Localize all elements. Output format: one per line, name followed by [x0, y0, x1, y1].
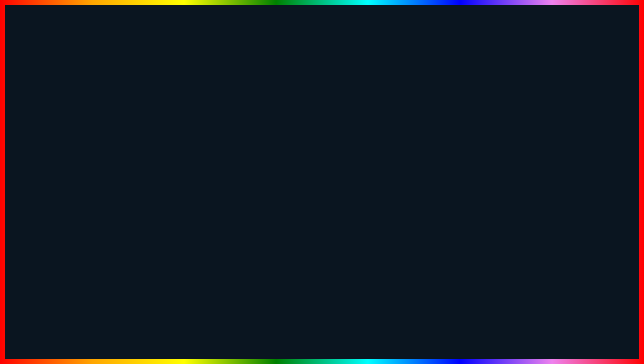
r-sidebar-item-misc[interactable]: ⚙ Misc: [461, 203, 498, 215]
shops-icon: 🛒: [41, 206, 47, 212]
anti-cheat-row: Anti Cheat Bypass( ❗ Do Not Turn Off ❗ ): [502, 120, 603, 131]
auto-farm-no-quest-toggle[interactable]: [596, 144, 603, 151]
char-eyes: [316, 266, 319, 269]
r-misc-icon: ⚙: [464, 206, 470, 212]
auto-farm-nearest-label: Auto Farm Nearest Mobs: [502, 156, 585, 161]
r-sidebar-stats-label: Stats: [473, 147, 482, 151]
r-sidebar-item-teleport[interactable]: 👁 Teleport: [461, 167, 498, 179]
auto-buy-chip-label: Auto Buy Chip: [78, 183, 172, 188]
character: [305, 252, 339, 312]
auto-select-dungeon-row: Auto Select Dungeon: [78, 144, 179, 155]
farm-icon: 🌾: [41, 134, 47, 140]
sidebar-item-fruit[interactable]: 🍎 Fruit: [37, 191, 74, 203]
anti-cheat-toggle[interactable]: [596, 122, 603, 129]
buy-chip-select-button[interactable]: Buy Chip Select: [88, 193, 169, 203]
sidebar-fruit-label: Fruit: [49, 195, 57, 199]
r-sidebar-item-raid[interactable]: 🗺 Raid/Esp: [461, 179, 498, 191]
auto-farm-quest-label: Auto Farm (Quest): [502, 134, 585, 139]
sidebar-item-farm[interactable]: 🌾 Farm/Quest: [37, 131, 74, 143]
title-letter-s2: S: [460, 0, 495, 54]
char-head: [313, 260, 331, 279]
r-sidebar-farm-label: Farm/Quest: [473, 135, 494, 139]
sidebar-item-combats[interactable]: ⚔ Combats: [37, 155, 74, 167]
dropdown-arrow-icon: ▼: [172, 136, 175, 140]
bird-dropdown-value: Bird: Phoenix: [82, 135, 105, 140]
r-sidebar-item-combats[interactable]: ⚔ Combats: [461, 155, 498, 167]
panel-left: S SAGI HUB - Blox Fruit Update 19 ⚙ Main…: [37, 104, 184, 233]
r-sidebar-item-stats[interactable]: 📊 Stats: [461, 143, 498, 155]
auto-text: AUTO: [114, 322, 206, 358]
title-letter-f: F: [308, 0, 339, 54]
title-letter-b: B: [150, 0, 187, 54]
sidebar-item-main[interactable]: ⚙ Main: [37, 118, 74, 131]
auto-farm-chest-tween-toggle[interactable]: [596, 176, 603, 183]
auto-start-raid-label: Auto Start Raid: [78, 158, 172, 163]
panel-right-sidebar: ⚙ Main 🌾 Farm/Quest 📊 Stats ⚔ Combats 👁 …: [461, 117, 498, 220]
auto-awakener-toggle[interactable]: [172, 122, 179, 129]
panel-left-body: ⚙ Main 🌾 Farm/Quest 📊 Stats ⚔ Combats 👁 …: [37, 117, 183, 233]
title-letter-i: I: [413, 0, 428, 54]
auto-select-dungeon-toggle[interactable]: [172, 146, 179, 153]
char-torso: [310, 278, 334, 299]
r-sidebar-shops-label: Shops: [473, 195, 485, 199]
auto-start-raid-toggle[interactable]: [172, 157, 179, 164]
auto-farm-instant-label: Auto Farm Instant + Hop: [502, 199, 585, 204]
r-teleport-icon: 👁: [464, 170, 470, 176]
bottom-text-area: AUTO FARM SCRIPT PASTEBIN: [0, 322, 644, 358]
sidebar-item-stats[interactable]: 📊 Stats: [37, 143, 74, 155]
auto-farm-chest-hop-row: Auto Farm Chest [HOP]: [502, 185, 603, 196]
r-sidebar-combats-label: Combats: [473, 159, 489, 163]
char-leg-left: [310, 298, 319, 312]
auto-buy-chip-toggle[interactable]: [172, 182, 179, 189]
panel-left-title: SAGI HUB - Blox Fruit Update 19: [51, 108, 118, 113]
sidebar-combats-label: Combats: [49, 159, 65, 163]
stats-icon: 📊: [41, 146, 47, 152]
character-area: [305, 252, 339, 312]
sidebar-item-misc[interactable]: ⚙ Misc: [37, 215, 74, 227]
r-sidebar-teleport-label: Teleport: [473, 171, 488, 175]
auto-buy-chip-row: Auto Buy Chip: [78, 180, 179, 191]
teleport-to-lab-button[interactable]: Teleport to Lab: [88, 217, 169, 227]
bird-dropdown[interactable]: Bird: Phoenix ▼: [78, 133, 179, 142]
candy-tower-1: [7, 164, 32, 314]
panel-right-content: Anti Cheat Bypass( ❗ Do Not Turn Off ❗ )…: [498, 117, 607, 220]
panel-left-content: Auto Awakener Bird: Phoenix ▼ Auto Selec…: [74, 117, 183, 233]
r-raid-icon: 🗺: [464, 182, 470, 188]
auto-farm-instant-toggle[interactable]: [596, 198, 603, 205]
lollipop-stick: [184, 83, 189, 134]
title-letter-l: L: [187, 0, 218, 54]
bones-section-header: || 🦴 Bones 🦴 ||: [502, 208, 603, 216]
r-sidebar-misc-label: Misc: [473, 207, 481, 211]
sidebar-shops-label: Shops: [49, 207, 61, 211]
bf-logo-emblem: 💀: [577, 283, 611, 317]
sidebar-item-teleport[interactable]: 👁 Teleport: [37, 167, 74, 179]
next-island-button[interactable]: Next Island: [88, 205, 169, 215]
r-sidebar-raid-label: Raid/Esp: [473, 183, 490, 187]
raid-icon: 🗺: [41, 182, 47, 188]
title-letter-x: X: [258, 0, 292, 54]
auto-farm-nearest-toggle[interactable]: [596, 155, 603, 162]
auto-farm-chest-hop-toggle[interactable]: [596, 187, 603, 194]
r-sidebar-item-main[interactable]: ⚙ Main: [461, 118, 498, 131]
r-stats-icon: 📊: [464, 146, 470, 152]
panel-right-header: S SAGI HUB - Blox Fruit Update 19: [461, 104, 607, 117]
anti-cheat-label: Anti Cheat Bypass( ❗ Do Not Turn Off ❗ ): [502, 123, 585, 128]
auto-awakener-label: Auto Awakener: [78, 123, 172, 128]
start-raid-button[interactable]: Start Raid: [88, 168, 169, 178]
sidebar-teleport-label: Teleport: [49, 171, 64, 175]
bird-dropdown-row: Bird: Phoenix ▼: [78, 133, 179, 142]
char-coat-detail: [321, 278, 323, 299]
fruit-icon: 🍎: [41, 194, 47, 200]
panel-right-icon: S: [465, 107, 472, 114]
farm-text: FARM: [211, 322, 303, 358]
r-sidebar-item-shops[interactable]: 🛒 Shops: [461, 191, 498, 203]
r-sidebar-item-farm[interactable]: 🌾 Farm/Quest: [461, 131, 498, 143]
char-eye-2: [325, 266, 329, 269]
sidebar-item-raid[interactable]: 🗺 Raid/Esp: [37, 179, 74, 191]
pastebin-text: PASTEBIN: [405, 329, 530, 356]
auto-farm-quest-toggle[interactable]: [596, 133, 603, 140]
title-letter-o: O: [218, 0, 258, 54]
sidebar-item-shops[interactable]: 🛒 Shops: [37, 203, 74, 215]
script-text: SCRIPT: [308, 329, 400, 356]
auto-awakener-row: Auto Awakener: [78, 120, 179, 131]
